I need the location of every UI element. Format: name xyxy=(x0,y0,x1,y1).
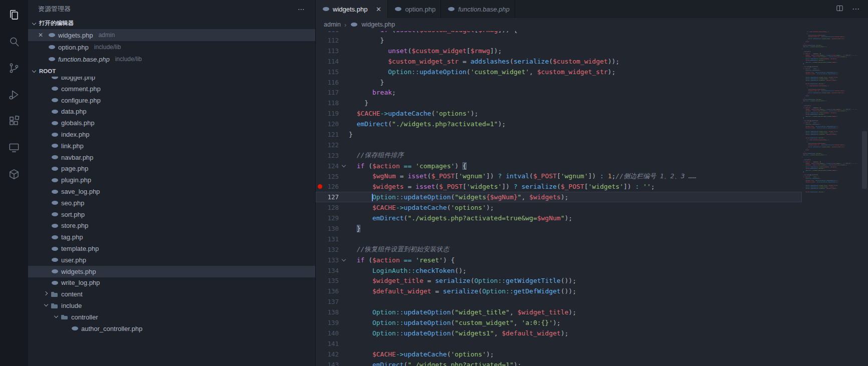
code-line-118[interactable]: 118 } xyxy=(316,98,802,108)
tab-function.base.php[interactable]: function.base.php xyxy=(441,0,515,18)
tree-file-link.php[interactable]: link.php xyxy=(28,140,315,152)
root-folder-header[interactable]: ROOT xyxy=(28,65,315,77)
tab-option.php[interactable]: option.php xyxy=(388,0,441,18)
open-editors-header[interactable]: 打开的编辑器 xyxy=(28,18,315,29)
remote-explorer-icon[interactable] xyxy=(4,138,24,158)
tree-file-tag.php[interactable]: tag.php xyxy=(28,231,315,243)
tree-file-page.php[interactable]: page.php xyxy=(28,163,315,175)
code-line-116[interactable]: 116 } xyxy=(316,77,802,88)
breakpoint-icon[interactable] xyxy=(318,184,322,189)
vscode-window: 资源管理器 ⋯ 打开的编辑器 ✕widgets.phpadminoption.p… xyxy=(0,0,868,366)
line-number: 143 xyxy=(324,361,339,366)
tree-file-user.php[interactable]: user.php xyxy=(28,254,315,266)
code-line-139[interactable]: 139 Option::updateOption("custom_widget"… xyxy=(316,317,802,328)
code-line-133[interactable]: 133 if ($action == 'reset') { xyxy=(316,255,802,265)
breadcrumb-item-folder[interactable]: admin xyxy=(324,21,341,28)
code-line-111[interactable]: 111 if (isset($custom_widget[$rmwg])) { xyxy=(316,31,802,35)
tab-widgets.php[interactable]: widgets.php✕ xyxy=(316,0,388,18)
code-editor[interactable]: 111 if (isset($custom_widget[$rmwg])) {1… xyxy=(802,139,861,193)
tree-file-store.php[interactable]: store.php xyxy=(28,220,315,232)
scrollbar-slider[interactable] xyxy=(862,131,867,189)
code-line-140[interactable]: 140 Option::updateOption("widgets1", $de… xyxy=(316,328,802,338)
code-line-137[interactable]: 137 xyxy=(316,296,802,307)
code-editor[interactable]: 111 if (isset($custom_widget[$rmwg])) {1… xyxy=(802,85,861,139)
code-line-114[interactable]: 114 $custom_widget_str = addslashes(seri… xyxy=(316,56,802,67)
code-line-119[interactable]: 119 $CACHE->updateCache('options'); xyxy=(316,108,802,119)
code-line-132[interactable]: 132 //恢复组件设置到初始安装状态 xyxy=(316,244,802,255)
explorer-sidebar: 资源管理器 ⋯ 打开的编辑器 ✕widgets.phpadminoption.p… xyxy=(28,0,316,366)
tree-file-configure.php[interactable]: configure.php xyxy=(28,95,315,106)
open-editor-item-widgets.php[interactable]: ✕widgets.phpadmin xyxy=(28,29,315,41)
code-line-120[interactable]: 120 emDirect("./widgets.php?activated=1"… xyxy=(316,119,802,129)
split-editor-icon[interactable] xyxy=(835,4,844,15)
tree-file-template.php[interactable]: template.php xyxy=(28,243,315,254)
code-line-136[interactable]: 136 $default_widget = serialize(Option::… xyxy=(316,286,802,296)
tree-folder-controller[interactable]: controller xyxy=(28,311,315,323)
tree-item-label: template.php xyxy=(61,245,99,252)
tree-file-data.php[interactable]: data.php xyxy=(28,106,315,118)
code-line-121[interactable]: 121} xyxy=(316,129,802,140)
open-editor-item-function.base.php[interactable]: function.base.phpinclude/lib xyxy=(28,53,315,65)
code-line-123[interactable]: 123 //保存组件排序 xyxy=(316,150,802,161)
tree-item-label: blogger.php xyxy=(61,77,95,81)
package-cube-icon[interactable] xyxy=(4,164,24,184)
php-file-icon xyxy=(350,21,358,29)
tree-file-save_log.php[interactable]: save_log.php xyxy=(28,186,315,197)
code-line-127[interactable]: 127 Option::updateOption("widgets{$wgNum… xyxy=(316,192,802,202)
code-line-124[interactable]: 124 if ($action == 'compages') { xyxy=(316,161,802,171)
code-line-113[interactable]: 113 unset($custom_widget[$rmwg]); xyxy=(316,46,802,56)
run-debug-icon[interactable] xyxy=(4,85,24,105)
breadcrumb-item-file[interactable]: widgets.php xyxy=(361,21,395,28)
tree-file-globals.php[interactable]: globals.php xyxy=(28,117,315,129)
tree-folder-content[interactable]: content xyxy=(28,288,315,300)
code-line-141[interactable]: 141 xyxy=(316,338,802,349)
code-line-117[interactable]: 117 break; xyxy=(316,87,802,98)
source-control-icon[interactable] xyxy=(4,58,24,78)
editor-scrollbar[interactable] xyxy=(861,31,868,366)
line-number: 113 xyxy=(324,47,339,55)
code-line-131[interactable]: 131 xyxy=(316,234,802,244)
editor-more-icon[interactable]: ⋯ xyxy=(852,5,860,14)
code-editor[interactable]: 111 if (isset($custom_widget[$rmwg])) {1… xyxy=(802,31,861,85)
tree-file-sort.php[interactable]: sort.php xyxy=(28,209,315,220)
tree-file-write_log.php[interactable]: write_log.php xyxy=(28,277,315,289)
code-line-142[interactable]: 142 $CACHE->updateCache('options'); xyxy=(316,349,802,359)
code-line-134[interactable]: 134 LoginAuth::checkToken(); xyxy=(316,265,802,276)
breadcrumb-separator: › xyxy=(344,21,346,29)
minimap[interactable]: 111 if (isset($custom_widget[$rmwg])) {1… xyxy=(802,31,861,366)
code-line-125[interactable]: 125 $wgNum = isset($_POST['wgnum']) ? in… xyxy=(316,171,802,182)
code-editor[interactable]: 111 if (isset($custom_widget[$rmwg])) {1… xyxy=(316,31,802,366)
tree-folder-include[interactable]: include xyxy=(28,300,315,311)
open-editors-label: 打开的编辑器 xyxy=(39,20,74,27)
extensions-icon[interactable] xyxy=(4,111,24,131)
tree-file-plugin.php[interactable]: plugin.php xyxy=(28,174,315,186)
code-line-115[interactable]: 115 Option::updateOption('custom_widget'… xyxy=(316,67,802,77)
php-file-icon xyxy=(51,77,59,81)
code-line-130[interactable]: 130 } xyxy=(316,223,802,234)
tree-file-navbar.php[interactable]: navbar.php xyxy=(28,152,315,163)
tree-file-author_controller.php[interactable]: author_controller.php xyxy=(28,323,315,334)
tree-file-widgets.php[interactable]: widgets.php xyxy=(28,266,315,277)
code-line-135[interactable]: 135 $widget_title = serialize(Option::ge… xyxy=(316,275,802,286)
tree-file-seo.php[interactable]: seo.php xyxy=(28,197,315,209)
php-file-icon xyxy=(51,165,59,173)
code-line-112[interactable]: 112 } xyxy=(316,35,802,46)
close-tab-icon[interactable]: ✕ xyxy=(374,6,382,13)
tree-file-index.php[interactable]: index.php xyxy=(28,129,315,140)
code-line-122[interactable]: 122 xyxy=(316,140,802,150)
open-editor-item-option.php[interactable]: option.phpinclude/lib xyxy=(28,41,315,53)
search-icon[interactable] xyxy=(4,32,24,52)
code-line-143[interactable]: 143 emDirect("./widgets.php?activated=1"… xyxy=(316,359,802,366)
code-line-126[interactable]: 126 $widgets = isset($_POST['widgets']) … xyxy=(316,181,802,192)
open-editor-description: include/lib xyxy=(94,44,121,51)
explorer-files-icon[interactable] xyxy=(4,5,24,25)
code-line-129[interactable]: 129 emDirect("./widgets.php?activated=tr… xyxy=(316,213,802,223)
tree-file-blogger.php[interactable]: blogger.php xyxy=(28,77,315,83)
tree-file-comment.php[interactable]: comment.php xyxy=(28,83,315,95)
code-line-128[interactable]: 128 $CACHE->updateCache('options'); xyxy=(316,202,802,213)
close-editor-icon[interactable]: ✕ xyxy=(36,32,45,39)
sidebar-more-icon[interactable]: ⋯ xyxy=(298,5,305,13)
code-line-138[interactable]: 138 Option::updateOption("widget_title",… xyxy=(316,307,802,317)
line-number: 111 xyxy=(324,31,339,34)
folder-icon xyxy=(51,302,59,310)
